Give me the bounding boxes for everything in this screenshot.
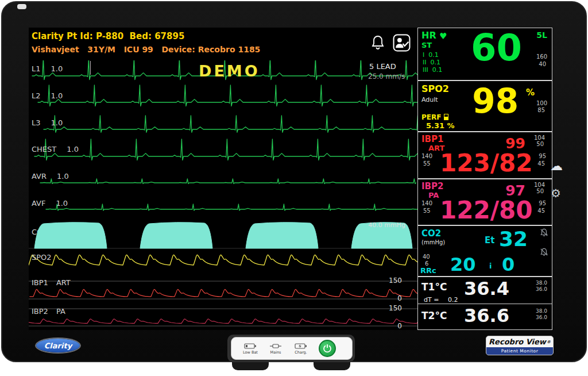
clarity-logo-text: Clarity — [44, 342, 72, 350]
insp-label: i — [489, 262, 492, 270]
low-battery-icon — [244, 343, 257, 350]
tile-temp[interactable]: T1°C 36.4 38.0 36.0 dT = 0.2 T2°C 36.6 3… — [417, 277, 552, 330]
heart-icon: ♥ — [439, 31, 447, 41]
t1-limit-high: 38.0 — [536, 280, 547, 286]
rr-label: RRc — [420, 266, 436, 275]
st-value-ii: II 0.1 — [423, 59, 440, 66]
indicator-mains: Mains — [265, 343, 287, 355]
ibp2-dia-limit-high: 95 — [539, 200, 546, 206]
spo2-unit: % — [526, 87, 535, 98]
tile-ibp1[interactable]: IBP1 ART 99 104 50 140 55 123/82 95 45 — [417, 132, 552, 179]
brand-logo: Recobro View® Patient Monitor — [486, 336, 554, 355]
t1-limit-low: 36.0 — [536, 286, 547, 292]
ibp1-sys-limit-high: 140 — [421, 153, 432, 159]
dt-label: dT = — [424, 296, 439, 304]
hr-lead-mode: 5L — [536, 30, 547, 40]
wave-label-ibp1: IBP1ART — [32, 278, 71, 287]
wave-label-avr: AVR1.0 — [32, 172, 69, 181]
ibp2-sys-limit-high: 140 — [421, 200, 432, 206]
mains-power-icon — [269, 343, 282, 350]
alarm-off-icon-fico2[interactable] — [540, 248, 548, 259]
power-button[interactable] — [319, 340, 336, 357]
spo2-mode: Adult — [421, 96, 438, 103]
perf-value: 5.31 % — [426, 121, 455, 130]
indicator-label: Mains — [270, 350, 281, 355]
ibp2-label: IBP2 — [421, 181, 443, 191]
ibp2-mean-limit-low: 50 — [536, 188, 544, 194]
ibp1-mean-limit-low: 50 — [536, 141, 544, 147]
t2-limit-high: 38.0 — [536, 308, 547, 314]
indicator-label: Low Bat — [243, 350, 258, 355]
alarm-bell-icon[interactable] — [371, 35, 385, 53]
patient-info-line: Vishavjeet 31Y/M ICU 99 Device: Recobro … — [32, 45, 260, 54]
monitor-frame: Clarity Pt Id: P-880 Bed: 67895 Vishavje… — [0, 0, 588, 376]
ibp2-dia-limit-low: 45 — [537, 208, 545, 214]
spo2-limit-low: 85 — [537, 107, 545, 113]
ibp1-sys-limit-low: 55 — [423, 160, 431, 167]
parameter-tiles: HR ♥ ST I 0.1 II 0.1 III 0.1 60 5L 160 4… — [417, 28, 552, 330]
front-panel: Low Bat Mains Charg. — [231, 337, 353, 360]
ibp1-label: IBP1 — [421, 134, 443, 144]
co2-limit-high: 40 — [423, 254, 430, 260]
waveform-area: Clarity Pt Id: P-880 Bed: 67895 Vishavje… — [29, 28, 417, 330]
wave-label-spo2: SPO2 — [32, 253, 52, 262]
tile-ibp2[interactable]: IBP2 PA 97 104 50 140 55 122/80 95 45 — [417, 179, 552, 225]
charging-icon — [295, 343, 307, 350]
ibp1-dia-limit-high: 95 — [539, 153, 546, 159]
power-icon — [323, 344, 332, 353]
hr-label: HR — [421, 30, 436, 41]
indicator-charging: Charg. — [290, 343, 312, 355]
etco2-value: 32 — [499, 229, 528, 249]
co2-label: CO2 — [421, 228, 441, 239]
st-value-iii: III 0.1 — [423, 66, 442, 74]
cloud-icon[interactable]: ☁ — [550, 160, 563, 172]
indicator-label: Charg. — [295, 350, 307, 355]
st-label: ST — [421, 41, 432, 49]
wave-label-l3: L31.0 — [32, 118, 63, 127]
registered-mark: ® — [547, 340, 551, 344]
wave-label-l2: L21.0 — [32, 91, 63, 100]
tile-spo2[interactable]: SPO2 Adult 98 % 100 85 PERF 5.31 % — [417, 80, 552, 132]
gear-icon[interactable]: ⚙ — [551, 187, 561, 199]
co2-unit: (mmHg) — [421, 239, 445, 245]
wave-label-ibp2: IBP2PA — [32, 307, 65, 316]
sweep-speed-label: 25.0 mm/s — [368, 72, 405, 80]
lead-mode-label: 5 LEAD — [369, 62, 396, 71]
t2-limit-low: 36.0 — [536, 314, 547, 320]
t1-value: 36.4 — [464, 280, 509, 297]
brand-name: Recobro View® — [486, 336, 553, 347]
perf-indicator-icon — [444, 114, 448, 120]
status-led — [17, 4, 26, 9]
tile-hr[interactable]: HR ♥ ST I 0.1 II 0.1 III 0.1 60 5L 160 4… — [417, 28, 552, 80]
ibp1-mean-limit-high: 104 — [534, 135, 545, 141]
etco2-label: Et — [485, 235, 494, 245]
ibp1-scale-top: 150 — [362, 277, 402, 285]
ibp2-scale-top: 150 — [362, 304, 402, 312]
t2-label: T2°C — [421, 310, 447, 321]
patient-id-line: Clarity Pt Id: P-880 Bed: 67895 — [32, 31, 184, 41]
clarity-logo: Clarity — [36, 339, 80, 352]
brand-subtitle: Patient Monitor — [486, 347, 553, 355]
ibp2-mean-limit-high: 104 — [534, 182, 545, 188]
waveform-traces — [29, 60, 417, 330]
demo-watermark: DEMO — [199, 62, 260, 80]
perf-label: PERF — [421, 113, 441, 121]
hr-limit-low: 40 — [539, 61, 546, 67]
t1-label: T1°C — [421, 281, 447, 293]
ibp2-scale-bottom: 0 — [362, 322, 402, 330]
ecg-calibration-marker — [90, 61, 91, 75]
rr-value: 20 — [450, 256, 476, 273]
ibp2-site: PA — [428, 191, 439, 199]
patient-check-icon[interactable] — [393, 34, 411, 54]
hr-value: 60 — [471, 30, 522, 66]
spo2-limit-high: 100 — [536, 100, 547, 106]
wave-label-chest: CHEST1.0 — [32, 145, 79, 154]
tile-co2[interactable]: CO2 (mmHg) Et 32 40 6 RRc 20 i 0 — [417, 225, 552, 277]
st-value-i: I 0.1 — [423, 51, 439, 59]
wave-label-co2: CO2 — [32, 228, 48, 236]
insp-value: 0 — [502, 256, 514, 273]
t2-value: 36.6 — [464, 307, 509, 324]
alarm-off-icon-et[interactable] — [540, 228, 548, 239]
co2-scale-label: 40.0 mmHg — [350, 221, 405, 229]
ibp2-sys-limit-low: 55 — [423, 208, 431, 214]
